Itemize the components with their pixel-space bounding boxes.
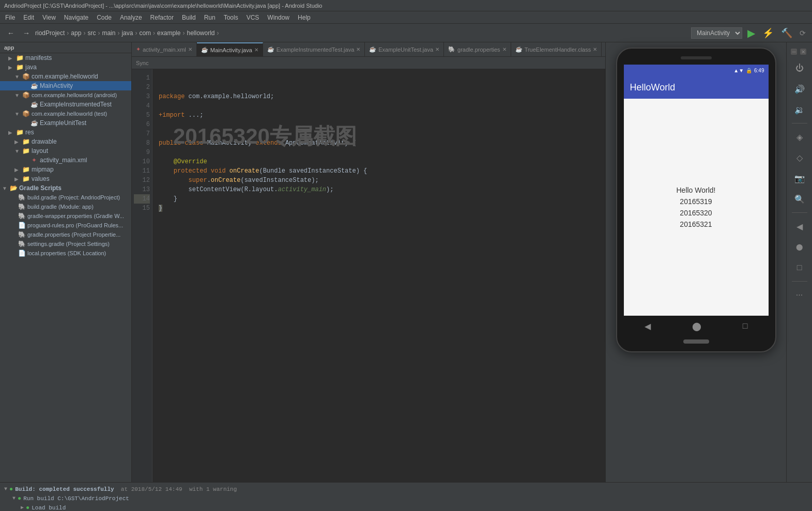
folder-icon: 📁	[22, 147, 30, 154]
sidebar-item-manifests[interactable]: ▶ 📁 manifests	[0, 53, 131, 63]
breadcrumb-java[interactable]: java	[121, 29, 133, 37]
sidebar-item-com-example[interactable]: ▼ 📦 com.example.helloworld	[0, 72, 131, 81]
tab-mainactivity-java[interactable]: ☕ MainActivity.java ✕	[197, 42, 263, 57]
nav-home-button[interactable]: ⬤	[692, 321, 701, 331]
sidebar-label-gradle-properties: gradle.properties (Project Propertie...	[27, 231, 120, 238]
menu-view[interactable]: View	[39, 13, 59, 22]
debug-button[interactable]: ⚡	[760, 26, 776, 40]
tab-close-icon[interactable]: ✕	[593, 47, 597, 52]
sidebar-item-layout[interactable]: ▼ 📁 layout	[0, 146, 131, 156]
breadcrumb-example[interactable]: example	[157, 29, 180, 37]
menu-file[interactable]: File	[2, 13, 18, 22]
sidebar-label-exampleunittest: ExampleUnitTest	[40, 119, 86, 127]
menu-tools[interactable]: Tools	[221, 13, 241, 22]
zoom-button[interactable]: 🔍	[790, 190, 809, 208]
sidebar-item-drawable[interactable]: ▶ 📁 drawable	[0, 137, 131, 146]
search-run-button[interactable]: ⟳	[798, 28, 808, 38]
expand-icon[interactable]: ▼	[4, 485, 7, 493]
nav-recents-button[interactable]: □	[743, 321, 748, 331]
menu-vcs[interactable]: VCS	[243, 13, 263, 22]
sidebar-item-build-gradle-project[interactable]: 🐘 build.gradle (Project: AndriodProject)	[0, 193, 131, 202]
sidebar-label-manifests: manifests	[25, 54, 52, 61]
tab-gradle-properties[interactable]: 🐘 gradle.properties ✕	[444, 42, 511, 57]
run-button[interactable]: ▶	[745, 26, 757, 40]
minimize-button[interactable]: ─	[791, 49, 797, 55]
breadcrumb: riodProject › app › src › main › java › …	[35, 29, 689, 37]
toolbar: ← → riodProject › app › src › main › jav…	[0, 24, 812, 42]
breadcrumb-main[interactable]: main	[102, 29, 115, 37]
build-text: Build: completed successfully	[15, 485, 114, 493]
phone-nav-bar: ◀ ⬤ □	[624, 316, 769, 336]
tab-close-icon[interactable]: ✕	[356, 47, 360, 52]
menu-window[interactable]: Window	[264, 13, 293, 22]
code-editor[interactable]: 1 2 3 4 5 6 7 8 9 10 11 12 13 14 15 pack…	[132, 69, 605, 482]
tab-close-icon[interactable]: ✕	[188, 47, 192, 52]
sidebar-item-gradle-scripts[interactable]: ▼ 📂 Gradle Scripts	[0, 183, 131, 193]
menu-build[interactable]: Build	[179, 13, 199, 22]
recents-nav-button[interactable]: □	[790, 258, 809, 277]
back-nav-button[interactable]: ◀	[790, 217, 809, 236]
forward-button[interactable]: →	[20, 27, 33, 39]
bottom-panel: ▼ ● Build: completed successfully at 201…	[0, 482, 812, 511]
gradle-wrapper-icon: 🐘	[18, 212, 26, 220]
rotate-button[interactable]: ◈	[790, 128, 809, 146]
close-button[interactable]: ✕	[800, 49, 806, 55]
phone-app-title: HelloWorld	[630, 82, 676, 93]
breadcrumb-com[interactable]: com	[139, 29, 151, 37]
sidebar-item-local-properties[interactable]: 📄 local.properties (SDK Location)	[0, 249, 131, 258]
breadcrumb-project[interactable]: riodProject	[35, 29, 65, 37]
code-content[interactable]: package com.example.helloworld; +import …	[152, 69, 605, 482]
phone-home-indicator	[683, 339, 709, 344]
sidebar-item-build-gradle-app[interactable]: 🐘 build.gradle (Module: app)	[0, 202, 131, 211]
separator	[792, 123, 807, 123]
phone-hello-text: Hello World! 20165319 20165320 20165321	[677, 184, 716, 230]
menu-code[interactable]: Code	[94, 13, 115, 22]
sidebar-item-settings-gradle[interactable]: 🐘 settings.gradle (Project Settings)	[0, 239, 131, 249]
volume-up-button[interactable]: 🔊	[790, 80, 809, 98]
sidebar-label-test: com.example.helloworld (test)	[32, 111, 107, 117]
sidebar-item-values[interactable]: ▶ 📁 values	[0, 174, 131, 183]
sidebar-label-mipmap: mipmap	[32, 166, 54, 173]
sidebar-item-test[interactable]: ▼ 📦 com.example.helloworld (test)	[0, 109, 131, 118]
menu-edit[interactable]: Edit	[20, 13, 37, 22]
expand-icon[interactable]: ▶	[21, 504, 24, 511]
menu-help[interactable]: Help	[295, 13, 314, 22]
home-nav-button[interactable]: ⬤	[790, 238, 809, 256]
menu-run[interactable]: Run	[201, 13, 219, 22]
sidebar-item-res[interactable]: ▶ 📁 res	[0, 128, 131, 137]
tab-exampleunittest[interactable]: ☕ ExampleUnitTest.java ✕	[365, 42, 444, 57]
more-button[interactable]: ···	[790, 286, 809, 304]
sidebar-item-proguard[interactable]: 📄 proguard-rules.pro (ProGuard Rules...	[0, 221, 131, 230]
folder-icon: 📁	[16, 64, 24, 71]
expand-icon[interactable]: ▼	[12, 494, 16, 503]
breadcrumb-helloworld[interactable]: helloworld	[187, 29, 215, 37]
sidebar-item-mipmap[interactable]: ▶ 📁 mipmap	[0, 165, 131, 174]
tab-close-icon[interactable]: ✕	[502, 47, 507, 52]
sidebar-item-exampleinstrumentedtest[interactable]: ☕ ExampleInstrumentedTest	[0, 100, 131, 109]
sidebar-item-activity-main-xml[interactable]: ✦ activity_main.xml	[0, 156, 131, 165]
volume-down-button[interactable]: 🔉	[790, 100, 809, 119]
back-button[interactable]: ←	[4, 27, 18, 39]
sidebar-item-exampleunittest[interactable]: ☕ ExampleUnitTest	[0, 118, 131, 128]
sidebar-item-mainactivity[interactable]: ☕ MainActivity	[0, 81, 131, 90]
tab-trueelementhandler[interactable]: ☕ TrueElementHandler.class ✕	[511, 42, 602, 57]
fold-button[interactable]: ◇	[790, 148, 809, 167]
tab-activity-main-xml[interactable]: ✦ activity_main.xml ✕	[132, 42, 197, 57]
sidebar-item-gradle-properties[interactable]: 🐘 gradle.properties (Project Propertie..…	[0, 230, 131, 239]
breadcrumb-app[interactable]: app	[71, 29, 81, 37]
config-selector[interactable]: MainActivity	[691, 27, 742, 39]
nav-back-button[interactable]: ◀	[645, 321, 651, 331]
tab-close-icon[interactable]: ✕	[254, 47, 258, 53]
sidebar-item-androidtest[interactable]: ▼ 📦 com.example.helloworld (android)	[0, 90, 131, 100]
tab-close-icon[interactable]: ✕	[435, 47, 439, 52]
build-button[interactable]: 🔨	[779, 26, 794, 40]
sidebar-item-java[interactable]: ▶ 📁 java	[0, 63, 131, 72]
menu-refactor[interactable]: Refactor	[147, 13, 177, 22]
tab-exampleinstrumentedtest[interactable]: ☕ ExampleInstrumentedTest.java ✕	[263, 42, 365, 57]
power-button[interactable]: ⏻	[790, 59, 809, 78]
sidebar-item-gradle-wrapper[interactable]: 🐘 gradle-wrapper.properties (Gradle W...	[0, 211, 131, 221]
breadcrumb-src[interactable]: src	[87, 29, 96, 37]
menu-navigate[interactable]: Navigate	[61, 13, 91, 22]
screenshot-button[interactable]: 📷	[790, 169, 809, 188]
menu-analyze[interactable]: Analyze	[117, 13, 145, 22]
